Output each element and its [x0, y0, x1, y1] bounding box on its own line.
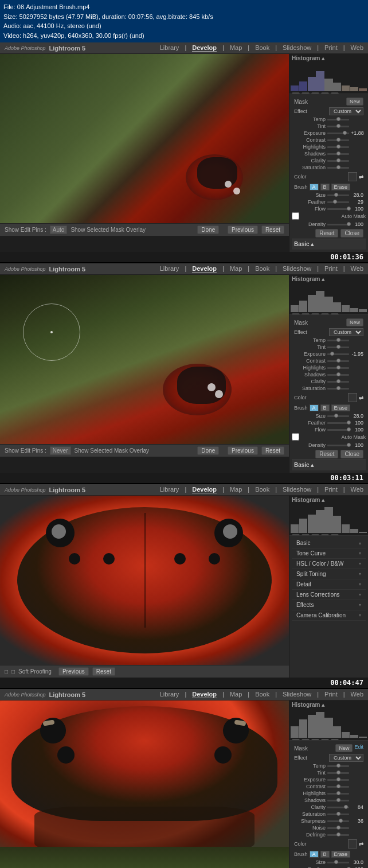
nav-map-3[interactable]: Map — [230, 486, 242, 493]
panel-item-splittoning-3[interactable]: Split Toning ▾ — [292, 569, 366, 579]
hist-icon-4-5[interactable]: ⊕ — [331, 739, 339, 741]
nav-book-1[interactable]: Book — [255, 44, 269, 52]
panel-item-detail-3[interactable]: Detail ▾ — [292, 579, 366, 590]
nav-book-2[interactable]: Book — [255, 265, 269, 273]
slider-track-exp-4[interactable] — [327, 779, 349, 781]
slider-track-density-2[interactable] — [327, 445, 349, 446]
hist-icon-5[interactable]: ⊕ — [331, 92, 339, 94]
slider-track-hl-1[interactable] — [327, 146, 349, 148]
basic-section-2[interactable]: Basic ▴ — [292, 460, 366, 470]
nav-print-3[interactable]: Print — [324, 486, 338, 493]
slider-track-size-2[interactable] — [327, 415, 349, 417]
nav-print-1[interactable]: Print — [324, 44, 338, 52]
hist-icon-4-2[interactable]: ○ — [302, 739, 310, 741]
slider-track-exp-2[interactable] — [327, 353, 349, 355]
prev-button-2[interactable]: Previous — [228, 446, 258, 455]
nav-slideshow-1[interactable]: Slideshow — [283, 44, 311, 52]
reset-button-2[interactable]: Reset — [261, 446, 284, 455]
slider-track-sh-4[interactable] — [327, 800, 349, 801]
nav-map-2[interactable]: Map — [230, 265, 242, 273]
new-button-2[interactable]: New — [346, 318, 363, 326]
brush-a-btn-4[interactable]: A — [310, 851, 319, 858]
pins-mode-1[interactable]: Auto — [50, 225, 68, 234]
color-swap-icon-4[interactable]: ⇄ — [359, 841, 363, 847]
prev-button-3[interactable]: Previous — [58, 667, 89, 676]
slider-track-cl-1[interactable] — [327, 160, 349, 162]
slider-track-cl-2[interactable] — [327, 381, 349, 383]
nav-book-3[interactable]: Book — [255, 486, 269, 493]
slider-track-hl-4[interactable] — [327, 793, 349, 795]
reset-button-3[interactable]: Reset — [92, 667, 115, 676]
hist-icon-1[interactable]: ◁ — [292, 92, 300, 94]
nav-web-4[interactable]: Web — [351, 691, 363, 698]
reset-btn-panel-2[interactable]: Reset — [315, 450, 338, 458]
hist-icon-3-5[interactable]: ⊕ — [331, 534, 339, 536]
hist-icon-4-1[interactable]: ◁ — [292, 739, 300, 741]
nav-print-2[interactable]: Print — [324, 265, 338, 273]
nav-map-1[interactable]: Map — [230, 44, 242, 52]
hist-icon-2-5[interactable]: ⊕ — [331, 313, 339, 315]
slider-track-temp-2[interactable] — [327, 340, 349, 341]
slider-track-hl-2[interactable] — [327, 367, 349, 369]
hist-icon-2-1[interactable]: ◁ — [292, 313, 300, 315]
slider-track-size-1[interactable] — [327, 194, 349, 196]
nav-develop-4[interactable]: Develop — [192, 691, 217, 698]
soft-proof-checkbox-3[interactable]: □ — [11, 668, 15, 675]
panel-item-effects-3[interactable]: Effects ▾ — [292, 600, 366, 610]
nav-slideshow-3[interactable]: Slideshow — [283, 486, 311, 493]
nav-web-3[interactable]: Web — [351, 486, 363, 493]
color-box-1[interactable] — [348, 172, 357, 181]
pins-mode-2[interactable]: Never — [50, 446, 71, 455]
auto-mask-checkbox-2[interactable] — [292, 433, 299, 441]
hist-icon-2-2[interactable]: ○ — [302, 313, 310, 315]
close-btn-panel-1[interactable]: Close — [340, 229, 363, 238]
done-button-2[interactable]: Done — [197, 446, 219, 455]
color-swap-icon-1[interactable]: ⇄ — [359, 174, 363, 180]
reset-btn-panel-1[interactable]: Reset — [315, 229, 338, 238]
nav-library-3[interactable]: Library — [160, 486, 179, 493]
edit-button-4[interactable]: Edit — [354, 744, 363, 752]
hist-icon-3[interactable]: □ — [311, 92, 319, 94]
nav-print-4[interactable]: Print — [324, 691, 338, 698]
brush-erase-btn-2[interactable]: Erase — [331, 404, 351, 411]
slider-track-exp-1[interactable] — [327, 133, 349, 134]
nav-web-1[interactable]: Web — [351, 44, 363, 52]
hist-icon-4-3[interactable]: □ — [311, 739, 319, 741]
slider-track-sharp-4[interactable] — [327, 820, 349, 822]
slider-track-cl-4[interactable] — [327, 807, 349, 808]
nav-develop-2[interactable]: Develop — [192, 265, 217, 273]
slider-track-sat-4[interactable] — [327, 813, 349, 815]
slider-track-contrast-4[interactable] — [327, 786, 349, 788]
effect-select-4[interactable]: Custom — [329, 754, 363, 762]
brush-b-btn-1[interactable]: B — [320, 184, 330, 190]
nav-map-4[interactable]: Map — [230, 691, 242, 698]
hist-icon-3-2[interactable]: ○ — [302, 534, 310, 536]
nav-library-4[interactable]: Library — [160, 691, 179, 698]
nav-slideshow-2[interactable]: Slideshow — [283, 265, 311, 273]
new-button-1[interactable]: New — [346, 98, 363, 106]
brush-erase-btn-4[interactable]: Erase — [331, 851, 351, 858]
slider-track-size-4[interactable] — [327, 862, 349, 863]
color-swap-icon-2[interactable]: ⇄ — [359, 395, 363, 401]
slider-track-contrast-2[interactable] — [327, 360, 349, 362]
brush-a-btn-2[interactable]: A — [310, 404, 319, 411]
slider-track-def-4[interactable] — [327, 834, 349, 836]
panel-item-tonecurve-3[interactable]: Tone Curve ▾ — [292, 548, 366, 559]
slider-track-temp-1[interactable] — [327, 119, 349, 120]
slider-track-tint-2[interactable] — [327, 347, 349, 348]
slider-track-feather-2[interactable] — [327, 422, 349, 424]
hist-icon-4[interactable]: ▷ — [321, 92, 329, 94]
panel-item-basic-3[interactable]: Basic ▴ — [292, 538, 366, 548]
auto-mask-checkbox-1[interactable] — [292, 212, 299, 220]
panel-item-camera-3[interactable]: Camera Calibration ▾ — [292, 610, 366, 621]
close-btn-panel-2[interactable]: Close — [340, 450, 363, 458]
slider-track-temp-4[interactable] — [327, 765, 349, 767]
hist-icon-3-1[interactable]: ◁ — [292, 534, 300, 536]
brush-a-btn-1[interactable]: A — [310, 184, 319, 190]
hist-icon-2[interactable]: ○ — [302, 92, 310, 94]
brush-b-btn-4[interactable]: B — [320, 851, 330, 858]
slider-track-sat-1[interactable] — [327, 167, 349, 169]
reset-button-1[interactable]: Reset — [261, 225, 284, 234]
effect-select-2[interactable]: Custom — [329, 328, 363, 336]
slider-track-sat-2[interactable] — [327, 388, 349, 390]
